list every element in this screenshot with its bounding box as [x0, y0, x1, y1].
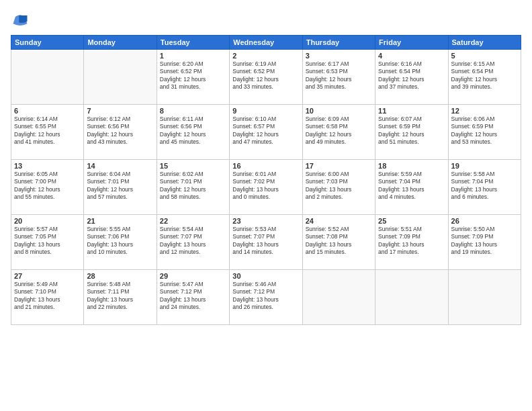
- calendar-cell: 21Sunrise: 5:55 AM Sunset: 7:06 PM Dayli…: [84, 215, 157, 270]
- day-number: 23: [232, 217, 299, 225]
- calendar-cell: 27Sunrise: 5:49 AM Sunset: 7:10 PM Dayli…: [11, 270, 84, 325]
- day-content: Sunrise: 5:49 AM Sunset: 7:10 PM Dayligh…: [14, 281, 81, 312]
- day-number: 25: [378, 217, 445, 225]
- day-content: Sunrise: 5:48 AM Sunset: 7:11 PM Dayligh…: [87, 281, 153, 312]
- day-number: 28: [87, 272, 153, 280]
- day-number: 14: [87, 162, 153, 170]
- day-content: Sunrise: 5:59 AM Sunset: 7:04 PM Dayligh…: [378, 171, 445, 201]
- day-content: Sunrise: 6:20 AM Sunset: 6:52 PM Dayligh…: [160, 60, 226, 91]
- day-number: 6: [14, 107, 81, 115]
- calendar-cell: 2Sunrise: 6:19 AM Sunset: 6:52 PM Daylig…: [230, 50, 302, 105]
- calendar-cell: 3Sunrise: 6:17 AM Sunset: 6:53 PM Daylig…: [302, 50, 375, 105]
- day-content: Sunrise: 6:07 AM Sunset: 6:59 PM Dayligh…: [378, 116, 445, 146]
- day-content: Sunrise: 6:12 AM Sunset: 6:56 PM Dayligh…: [87, 116, 153, 146]
- day-number: 3: [306, 52, 372, 60]
- day-number: 17: [306, 162, 372, 170]
- calendar-cell: 15Sunrise: 6:02 AM Sunset: 7:01 PM Dayli…: [157, 160, 229, 215]
- calendar-header-thursday: Thursday: [302, 36, 375, 50]
- calendar-week-row: 1Sunrise: 6:20 AM Sunset: 6:52 PM Daylig…: [11, 50, 521, 105]
- day-number: 13: [14, 162, 81, 170]
- calendar-cell: 16Sunrise: 6:01 AM Sunset: 7:02 PM Dayli…: [230, 160, 302, 215]
- calendar-week-row: 20Sunrise: 5:57 AM Sunset: 7:05 PM Dayli…: [11, 215, 521, 270]
- calendar-cell: 1Sunrise: 6:20 AM Sunset: 6:52 PM Daylig…: [157, 50, 229, 105]
- calendar-cell: 17Sunrise: 6:00 AM Sunset: 7:03 PM Dayli…: [302, 160, 375, 215]
- calendar-table: SundayMondayTuesdayWednesdayThursdayFrid…: [11, 35, 521, 325]
- calendar-cell: 29Sunrise: 5:47 AM Sunset: 7:12 PM Dayli…: [157, 270, 229, 325]
- day-number: 8: [160, 107, 226, 115]
- calendar-header-row: SundayMondayTuesdayWednesdayThursdayFrid…: [11, 36, 521, 50]
- day-content: Sunrise: 6:17 AM Sunset: 6:53 PM Dayligh…: [306, 60, 372, 91]
- day-number: 7: [87, 107, 153, 115]
- header: [11, 11, 521, 30]
- day-number: 27: [14, 272, 81, 280]
- calendar-header-tuesday: Tuesday: [157, 36, 229, 50]
- calendar-week-row: 6Sunrise: 6:14 AM Sunset: 6:55 PM Daylig…: [11, 105, 521, 160]
- day-number: 24: [306, 217, 372, 225]
- day-content: Sunrise: 6:04 AM Sunset: 7:01 PM Dayligh…: [87, 171, 153, 201]
- day-content: Sunrise: 6:14 AM Sunset: 6:55 PM Dayligh…: [14, 116, 81, 146]
- calendar-cell: 14Sunrise: 6:04 AM Sunset: 7:01 PM Dayli…: [84, 160, 157, 215]
- calendar-cell: 12Sunrise: 6:06 AM Sunset: 6:59 PM Dayli…: [448, 105, 521, 160]
- calendar-header-saturday: Saturday: [448, 36, 521, 50]
- day-content: Sunrise: 6:11 AM Sunset: 6:56 PM Dayligh…: [160, 116, 226, 146]
- day-content: Sunrise: 6:16 AM Sunset: 6:54 PM Dayligh…: [378, 60, 445, 91]
- calendar-cell: 28Sunrise: 5:48 AM Sunset: 7:11 PM Dayli…: [84, 270, 157, 325]
- day-content: Sunrise: 5:46 AM Sunset: 7:12 PM Dayligh…: [232, 281, 299, 312]
- calendar-cell: 9Sunrise: 6:10 AM Sunset: 6:57 PM Daylig…: [230, 105, 302, 160]
- day-content: Sunrise: 6:06 AM Sunset: 6:59 PM Dayligh…: [451, 116, 518, 146]
- calendar-header-wednesday: Wednesday: [230, 36, 302, 50]
- calendar-cell: 18Sunrise: 5:59 AM Sunset: 7:04 PM Dayli…: [375, 160, 448, 215]
- calendar-cell: [375, 270, 448, 325]
- calendar-cell: 10Sunrise: 6:09 AM Sunset: 6:58 PM Dayli…: [302, 105, 375, 160]
- calendar-week-row: 13Sunrise: 6:05 AM Sunset: 7:00 PM Dayli…: [11, 160, 521, 215]
- day-content: Sunrise: 6:01 AM Sunset: 7:02 PM Dayligh…: [232, 171, 299, 201]
- day-number: 21: [87, 217, 153, 225]
- calendar-header-friday: Friday: [375, 36, 448, 50]
- calendar-cell: 7Sunrise: 6:12 AM Sunset: 6:56 PM Daylig…: [84, 105, 157, 160]
- calendar-cell: 13Sunrise: 6:05 AM Sunset: 7:00 PM Dayli…: [11, 160, 84, 215]
- day-number: 26: [451, 217, 518, 225]
- calendar-cell: 5Sunrise: 6:15 AM Sunset: 6:54 PM Daylig…: [448, 50, 521, 105]
- day-number: 20: [14, 217, 81, 225]
- day-number: 12: [451, 107, 518, 115]
- day-content: Sunrise: 5:54 AM Sunset: 7:07 PM Dayligh…: [160, 226, 226, 257]
- day-number: 18: [378, 162, 445, 170]
- day-content: Sunrise: 6:05 AM Sunset: 7:00 PM Dayligh…: [14, 171, 81, 201]
- day-content: Sunrise: 6:09 AM Sunset: 6:58 PM Dayligh…: [306, 116, 372, 146]
- calendar-cell: 24Sunrise: 5:52 AM Sunset: 7:08 PM Dayli…: [302, 215, 375, 270]
- day-content: Sunrise: 5:51 AM Sunset: 7:09 PM Dayligh…: [378, 226, 445, 257]
- day-content: Sunrise: 5:50 AM Sunset: 7:09 PM Dayligh…: [451, 226, 518, 257]
- day-content: Sunrise: 5:58 AM Sunset: 7:04 PM Dayligh…: [451, 171, 518, 201]
- calendar-cell: [448, 270, 521, 325]
- day-content: Sunrise: 5:52 AM Sunset: 7:08 PM Dayligh…: [306, 226, 372, 257]
- calendar-cell: 19Sunrise: 5:58 AM Sunset: 7:04 PM Dayli…: [448, 160, 521, 215]
- calendar-cell: 22Sunrise: 5:54 AM Sunset: 7:07 PM Dayli…: [157, 215, 229, 270]
- day-content: Sunrise: 6:15 AM Sunset: 6:54 PM Dayligh…: [451, 60, 518, 91]
- day-number: 16: [232, 162, 299, 170]
- day-content: Sunrise: 5:53 AM Sunset: 7:07 PM Dayligh…: [232, 226, 299, 257]
- calendar-week-row: 27Sunrise: 5:49 AM Sunset: 7:10 PM Dayli…: [11, 270, 521, 325]
- day-content: Sunrise: 6:19 AM Sunset: 6:52 PM Dayligh…: [232, 60, 299, 91]
- page: SundayMondayTuesdayWednesdayThursdayFrid…: [0, 0, 532, 411]
- calendar-cell: 30Sunrise: 5:46 AM Sunset: 7:12 PM Dayli…: [230, 270, 302, 325]
- day-number: 2: [232, 52, 299, 60]
- day-number: 5: [451, 52, 518, 60]
- day-number: 10: [306, 107, 372, 115]
- day-content: Sunrise: 5:47 AM Sunset: 7:12 PM Dayligh…: [160, 281, 226, 312]
- day-number: 22: [160, 217, 226, 225]
- calendar-cell: [11, 50, 84, 105]
- day-number: 29: [160, 272, 226, 280]
- day-number: 30: [232, 272, 299, 280]
- day-number: 4: [378, 52, 445, 60]
- calendar-cell: 6Sunrise: 6:14 AM Sunset: 6:55 PM Daylig…: [11, 105, 84, 160]
- calendar-cell: 25Sunrise: 5:51 AM Sunset: 7:09 PM Dayli…: [375, 215, 448, 270]
- day-content: Sunrise: 6:02 AM Sunset: 7:01 PM Dayligh…: [160, 171, 226, 201]
- calendar-cell: 26Sunrise: 5:50 AM Sunset: 7:09 PM Dayli…: [448, 215, 521, 270]
- day-number: 19: [451, 162, 518, 170]
- calendar-cell: 4Sunrise: 6:16 AM Sunset: 6:54 PM Daylig…: [375, 50, 448, 105]
- calendar-cell: [302, 270, 375, 325]
- calendar-cell: 11Sunrise: 6:07 AM Sunset: 6:59 PM Dayli…: [375, 105, 448, 160]
- day-number: 11: [378, 107, 445, 115]
- day-number: 1: [160, 52, 226, 60]
- day-content: Sunrise: 6:00 AM Sunset: 7:03 PM Dayligh…: [306, 171, 372, 201]
